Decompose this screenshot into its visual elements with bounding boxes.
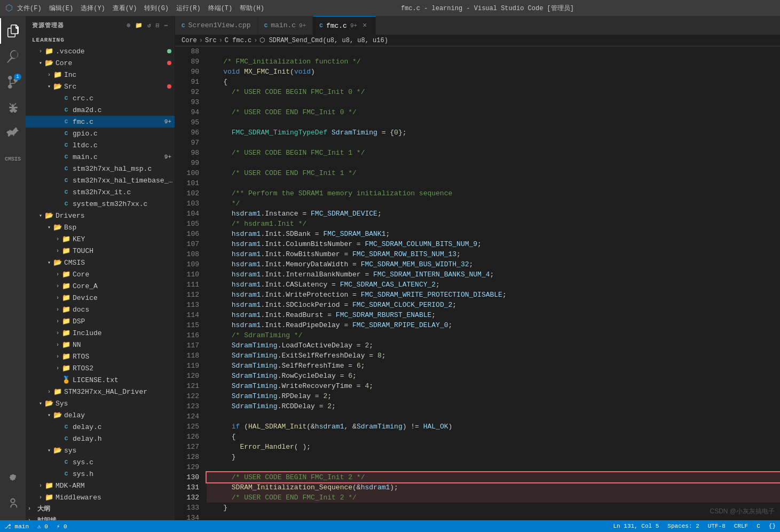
new-file-icon[interactable]: ⊕ [127,22,131,29]
tree-item-gpioc[interactable]: Cgpio.c [26,128,175,139]
tree-item-cmsis-nn[interactable]: ›📁NN [26,339,175,351]
line-number: 128 [178,452,199,462]
status-right-item[interactable]: Ln 131, Col 5 [609,523,664,529]
tree-item-src[interactable]: ▾📂Src [26,81,175,92]
tree-item-cmsis-core[interactable]: ›📁Core [26,268,175,280]
tree-item-stm32hal[interactable]: ›📁STM32H7xx_HAL_Driver [26,386,175,398]
menu-item[interactable]: 查看(V) [113,4,137,13]
tree-item-cmsis-rtos[interactable]: ›📁RTOS [26,351,175,362]
activity-cmsis[interactable]: CMSIS [0,146,26,172]
breadcrumb-item-0[interactable]: Core [182,37,197,44]
activity-extensions[interactable] [0,121,26,146]
breadcrumb-item-1[interactable]: Src [205,37,217,44]
tree-item-cmsis-dsp[interactable]: ›📁DSP [26,315,175,327]
tree-item-delay[interactable]: ▾📂delay [26,409,175,421]
tree-arrow: › [53,319,62,324]
tree-item-cmsis-device[interactable]: ›📁Device [26,292,175,304]
menu-item[interactable]: 转到(G) [144,4,169,13]
tree-item-fmcc[interactable]: Cfmc.c9+ [26,116,175,128]
tree-item-outline[interactable]: ›大纲 [26,503,175,515]
tree-item-delayh[interactable]: Cdelay.h [26,433,175,444]
activity-account[interactable] [0,490,26,516]
tree-item-drivers[interactable]: ▾📂Drivers [26,210,175,221]
status-right-item[interactable]: Spaces: 2 [663,523,703,529]
tree-arrow: › [53,342,62,348]
code-line [207,138,780,148]
code-line: /* hsdram1.Init */ [207,219,780,229]
status-item[interactable]: ⎇ main [0,520,33,532]
section-label: 大纲 [37,503,50,515]
refresh-icon[interactable]: ↺ [147,22,152,29]
tree-item-core[interactable]: ▾📂Core [26,57,175,69]
tree-item-sys[interactable]: ▾📂Sys [26,398,175,409]
menu-item[interactable]: 终端(T) [208,4,233,13]
tree-item-vscode[interactable]: ›📁.vscode [26,45,175,57]
tree-item-stm32h7timebase[interactable]: Cstm32h7xx_hal_timebase_tim.c [26,174,175,186]
tree-item-timeline[interactable]: ›时间线 [26,515,175,520]
menu-item[interactable]: 帮助(H) [240,4,264,13]
menu-item[interactable]: 编辑(E) [49,4,74,13]
tree-item-cmsis-corea[interactable]: ›📁Core_A [26,280,175,292]
tree-item-middlewares[interactable]: ›📁Middlewares [26,491,175,503]
code-content[interactable]: /* FMC_initialization function */ void M… [204,46,780,520]
activity-search[interactable] [0,44,26,69]
tree-item-mdkarm[interactable]: ›📁MDK-ARM [26,480,175,491]
tree-item-dma2dc[interactable]: Cdma2d.c [26,104,175,116]
tree-item-cmsis-rtos2[interactable]: ›📁RTOS2 [26,362,175,374]
tree-item-inc[interactable]: ›📁Inc [26,69,175,81]
tab-screen1view[interactable]: CScreen1View.cpp [175,16,258,35]
tree-item-crcc[interactable]: Ccrc.c [26,92,175,104]
status-item[interactable]: ⚠ 0 [33,520,52,532]
tree-item-sysh[interactable]: Csys.h [26,468,175,480]
tab-c-icon: C [264,22,268,29]
tab-fmcc[interactable]: Cfmc.c9+× [313,16,376,35]
code-line: /* USER CODE BEGIN FMC_Init 0 */ [207,87,780,97]
tree-item-stm32h7hal[interactable]: Cstm32h7xx_hal_msp.c [26,163,175,174]
tree-item-key[interactable]: ›📁KEY [26,233,175,245]
line-number: 97 [178,138,199,148]
tree-item-ltdcc[interactable]: Cltdc.c [26,139,175,151]
tree-item-stm32h7it[interactable]: Cstm32h7xx_it.c [26,186,175,198]
tree-item-cmsis-docs[interactable]: ›📁docs [26,304,175,315]
activity-explorer[interactable] [0,18,26,44]
line-number: 91 [178,77,199,87]
tree-item-license[interactable]: 🏅LICENSE.txt [26,374,175,386]
tree-item-mainc[interactable]: Cmain.c9+ [26,151,175,163]
activity-settings[interactable] [0,465,26,490]
tree-item-cmsis-include[interactable]: ›📁Include [26,327,175,339]
tree-item-label: stm32h7xx_hal_timebase_tim.c [73,177,175,185]
menu-item[interactable]: 文件(F) [17,4,42,13]
status-right-item[interactable]: CRLF [730,523,752,529]
tree-item-sysc[interactable]: Csys.c [26,456,175,468]
tree-item-label: delay.c [73,423,175,431]
line-number: 94 [178,107,199,117]
status-item[interactable]: ⚡ 0 [52,520,72,532]
activity-source-control[interactable]: 1 [0,69,26,95]
more-icon[interactable]: ⋯ [164,22,168,29]
tree-item-bsp[interactable]: ▾📂Bsp [26,221,175,233]
new-folder-icon[interactable]: 📁 [135,22,143,29]
line-number: 103 [178,198,199,209]
activity-debug[interactable] [0,95,26,121]
line-number: 88 [178,46,199,57]
line-number: 98 [178,148,199,158]
tab-mainc[interactable]: Cmain.c9+ [258,16,313,35]
status-right-item[interactable]: C [752,523,765,529]
breadcrumb-item-2[interactable]: C fmc.c [225,37,251,44]
tree-item-systemstm32[interactable]: Csystem_stm32h7xx.c [26,198,175,210]
tree-item-touch[interactable]: ›📁TOUCH [26,245,175,257]
tree-arrow: ▾ [36,212,45,219]
tree-item-sys-folder[interactable]: ▾📂sys [26,444,175,456]
collapse-icon[interactable]: ⊟ [156,22,160,29]
status-right-item[interactable]: {} [765,523,780,529]
menu-bar[interactable]: 文件(F)编辑(E)选择(Y)查看(V)转到(G)运行(R)终端(T)帮助(H) [17,4,264,13]
breadcrumb-item-3[interactable]: ⬡ SDRAM_Send_Cmd(u8, u8, u8, u16) [259,36,388,44]
tab-close-btn[interactable]: × [360,21,369,30]
menu-item[interactable]: 运行(R) [176,4,201,13]
tree-arrow: › [53,307,62,313]
tree-item-cmsis[interactable]: ▾📂CMSIS [26,257,175,268]
folder-icon: 📂 [53,82,62,91]
tree-item-delayc[interactable]: Cdelay.c [26,421,175,433]
status-right-item[interactable]: UTF-8 [704,523,730,529]
menu-item[interactable]: 选择(Y) [81,4,105,13]
